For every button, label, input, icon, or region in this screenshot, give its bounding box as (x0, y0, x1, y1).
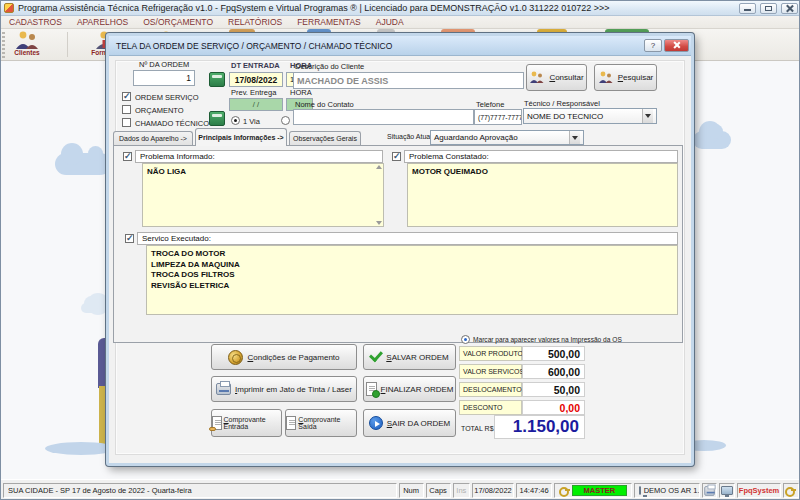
prev-entrega-input[interactable]: / / (229, 98, 283, 111)
servico-executado-memo[interactable]: TROCA DO MOTOR LIMPEZA DA MAQUINA TROCA … (146, 245, 678, 315)
deslocamento-label: DESLOCAMENTO (459, 382, 522, 397)
orcamento-checkbox[interactable] (122, 105, 131, 114)
dt-entrada-input[interactable]: 17/08/2022 (229, 72, 283, 87)
status-network[interactable] (719, 483, 735, 498)
pesquisar-button[interactable]: Pesquisar (594, 64, 657, 91)
chamado-tecnico-checkbox[interactable] (122, 118, 131, 127)
prev-entrega-label: Prev. Entrega (231, 88, 276, 97)
toolbar-clientes-label: Clientes (14, 49, 39, 56)
dropdown-arrow (642, 109, 653, 123)
chamado-tecnico-label: CHAMADO TÉCNICO (135, 119, 209, 128)
problema-constatado-header: Problema Constatado: (404, 150, 678, 163)
finalizar-ordem-label: FINALIZAR ORDEM (381, 385, 454, 394)
print-values-label: Marcar para aparecer valores na Impressã… (473, 336, 622, 343)
problema-informado-memo[interactable]: NÃO LIGA (142, 163, 384, 227)
desconto-label: DESCONTO (459, 400, 522, 415)
situacao-value: Aguardando Aprovação (434, 133, 518, 142)
menu-cadastros[interactable]: CADASTROS (9, 17, 62, 27)
problema-constatado-memo[interactable]: MOTOR QUEIMADO (407, 163, 678, 227)
menu-ferramentas[interactable]: FERRAMENTAS (297, 17, 361, 27)
tab-principais-informacoes[interactable]: Principais Informações -> (195, 128, 287, 146)
dialog-close-button[interactable] (664, 39, 689, 52)
comprovante-saida-button[interactable]: Comprovante Saída (285, 409, 357, 437)
tab-dados-aparelho[interactable]: Dados do Aparelho -> (113, 131, 193, 145)
via2-radio[interactable] (281, 116, 290, 125)
help-icon: ? (651, 41, 655, 50)
contato-input[interactable] (293, 109, 474, 125)
problema-constatado-checkbox[interactable] (392, 152, 401, 161)
comprovante-entrada-button[interactable]: Comprovante Entrada (211, 409, 282, 437)
valor-servicos-label: VALOR SERVICOS (459, 364, 522, 379)
menu-bar: CADASTROS APARELHOS OS/ORÇAMENTO RELATÓR… (1, 16, 800, 29)
coin-icon (228, 350, 243, 365)
tab-observacoes-gerais[interactable]: Observações Gerais (289, 131, 361, 145)
sair-ordem-button[interactable]: SAIR DA ORDEM (363, 409, 456, 437)
finalizar-ordem-button[interactable]: FINALIZAR ORDEM (363, 376, 456, 402)
calendar-book-icon[interactable] (209, 72, 225, 87)
status-location: SUA CIDADE - SP 17 de Agosto de 2022 - Q… (3, 483, 397, 498)
menu-relatorios[interactable]: RELATÓRIOS (228, 17, 282, 27)
print-values-radio[interactable] (461, 335, 470, 344)
menu-os-orcamento[interactable]: OS/ORÇAMENTO (143, 17, 213, 27)
order-number-label: Nº DA ORDEM (139, 60, 189, 69)
dropdown-arrow (569, 131, 580, 144)
status-caps: Caps (426, 483, 451, 498)
pesquisar-label: Pesquisar (618, 73, 654, 82)
prev-hora-label: HORA (290, 88, 312, 97)
chevron-down-icon (645, 114, 651, 118)
menu-ajuda[interactable]: AJUDA (376, 17, 404, 27)
printer-icon (704, 486, 715, 496)
cloud-decoration (81, 303, 107, 313)
cloud-decoration (55, 153, 111, 175)
problema-informado-checkbox[interactable] (123, 152, 132, 161)
ordem-servico-checkbox[interactable] (122, 92, 131, 101)
scroll-up-icon[interactable] (376, 165, 382, 169)
condicoes-pagamento-button[interactable]: Condições de Pagamento (211, 344, 357, 370)
tab-label: Observações Gerais (293, 135, 357, 142)
calendar-book-icon[interactable] (209, 111, 225, 126)
condicoes-pagamento-label: Condições de Pagamento (247, 353, 339, 362)
tecnico-label: Técnico / Responsável (524, 99, 600, 108)
situacao-select[interactable]: Aguardando Aprovação (430, 130, 584, 145)
status-user: MASTER (554, 483, 632, 498)
via1-radio[interactable] (231, 116, 240, 125)
minimize-button[interactable] (739, 3, 756, 14)
dialog-help-button[interactable]: ? (644, 39, 662, 52)
telefone-input[interactable]: (77)7777-7777 (474, 109, 522, 125)
servico-executado-header: Servico Executado: (137, 232, 678, 245)
contato-label: Nome do Contato (295, 100, 354, 109)
order-number-input[interactable]: 1 (133, 70, 195, 86)
maximize-button[interactable] (760, 3, 777, 14)
toolbar-clientes-button[interactable]: Clientes (6, 30, 48, 60)
consultar-label: Consultar (549, 73, 583, 82)
menu-aparelhos[interactable]: APARELHOS (77, 17, 128, 27)
status-printer[interactable] (702, 483, 717, 498)
servico-executado-checkbox[interactable] (125, 234, 134, 243)
people-icon (598, 71, 614, 84)
consultar-button[interactable]: Consultar (526, 64, 587, 91)
salvar-ordem-button[interactable]: SALVAR ORDEM (363, 344, 456, 370)
imprimir-button[interactable]: Imprimir em Jato de Tinta / Laser (211, 376, 357, 402)
telefone-label: Telefone (476, 100, 504, 109)
dialog-titlebar[interactable]: TELA DA ORDEM DE SERVIÇO / ORÇAMENTO / C… (109, 36, 691, 56)
desconto-value[interactable]: 0,00 (522, 400, 585, 415)
cliente-label: Descrição do Cliente (295, 62, 364, 71)
tecnico-select[interactable]: NOME DO TECNICO (523, 108, 657, 124)
deslocamento-value[interactable]: 50,00 (522, 382, 585, 397)
orcamento-label: ORÇAMENTO (135, 106, 184, 115)
status-master-badge: MASTER (572, 485, 627, 496)
tab-label: Dados do Aparelho -> (119, 135, 187, 142)
service-order-dialog: TELA DA ORDEM DE SERVIÇO / ORÇAMENTO / C… (106, 33, 694, 466)
cliente-input[interactable]: MACHADO DE ASSIS (293, 72, 524, 89)
valor-produtos-value[interactable]: 500,00 (522, 346, 585, 361)
memo-scrollbar[interactable] (375, 165, 383, 225)
check-icon (369, 348, 383, 362)
scroll-down-icon[interactable] (376, 221, 382, 225)
valor-servicos-value[interactable]: 600,00 (522, 364, 585, 379)
close-button[interactable] (781, 3, 798, 14)
via1-label: 1 Via (243, 117, 260, 126)
close-icon (785, 4, 794, 13)
main-titlebar: Programa Assistência Técnica Refrigeraçã… (1, 1, 800, 16)
toolbar-grip[interactable] (2, 32, 5, 58)
status-num: Num (399, 483, 424, 498)
